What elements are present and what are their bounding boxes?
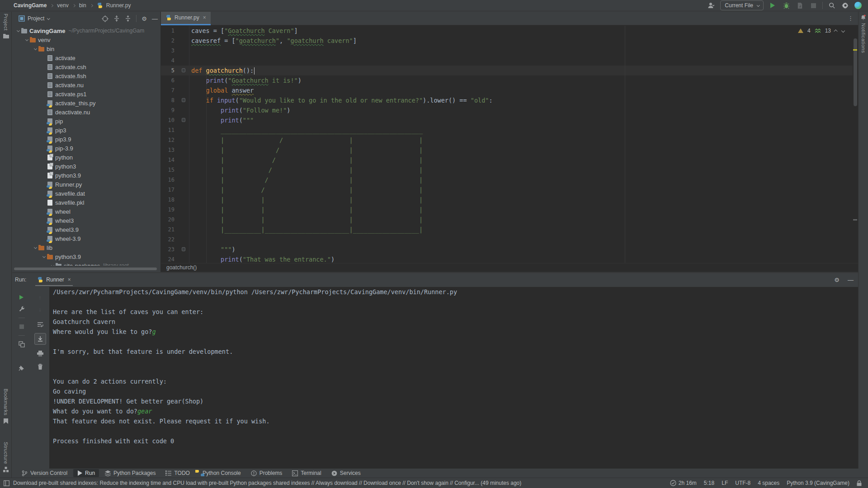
tree-item-pip-3.9[interactable]: pip-3.9 — [12, 144, 160, 153]
line-number[interactable]: 18 — [161, 195, 175, 205]
fold-marker-icon[interactable] — [182, 68, 185, 72]
rerun-button[interactable] — [16, 291, 28, 303]
chevron-down-icon[interactable] — [47, 17, 50, 20]
soft-wrap-button[interactable] — [34, 319, 46, 330]
editor-line[interactable]: 15 | / | | — [161, 165, 853, 175]
tree-item-activate.ps1[interactable]: activate.ps1 — [12, 89, 160, 99]
expand-all-button[interactable] — [113, 15, 120, 22]
project-panel-title[interactable]: Project — [28, 15, 44, 22]
fold-column[interactable] — [175, 95, 189, 105]
tree-expand-chevron-icon[interactable] — [24, 39, 30, 41]
down-stack-trace-button[interactable]: ↓ — [34, 303, 46, 315]
tree-expand-chevron-icon[interactable] — [41, 256, 47, 258]
line-number[interactable]: 16 — [161, 175, 175, 185]
breadcrumb-item-runner.py[interactable]: Runner.py — [106, 2, 131, 9]
tree-item-pip3.9[interactable]: pip3.9 — [12, 135, 160, 144]
fold-marker-icon[interactable] — [182, 118, 185, 122]
line-number[interactable]: 9 — [161, 105, 175, 115]
editor-line[interactable]: 6 print("Goatchurch it is!") — [161, 75, 853, 85]
stripe-tick[interactable] — [853, 219, 857, 221]
tool-button-bookmarks[interactable]: Bookmarks — [0, 389, 12, 424]
tree-item-lib[interactable]: lib — [12, 243, 160, 252]
tree-expand-chevron-icon[interactable] — [15, 30, 21, 32]
tree-item-python3[interactable]: python3 — [12, 162, 160, 171]
line-number[interactable]: 13 — [161, 145, 175, 155]
run-console[interactable]: /Users/zwr/PycharmProjects/CavingGame/ve… — [49, 287, 858, 469]
pin-tab-button[interactable] — [16, 362, 28, 374]
tool-window-layout-icon[interactable] — [4, 480, 9, 486]
tool-window-button-todo[interactable]: TODO — [161, 469, 193, 477]
tool-window-button-services[interactable]: Services — [327, 469, 365, 477]
line-number[interactable]: 21 — [161, 225, 175, 235]
line-number[interactable]: 3 — [161, 46, 175, 56]
search-everywhere-icon[interactable] — [827, 1, 836, 10]
editor-line[interactable]: 9 print("Follow me!") — [161, 105, 853, 115]
tree-expand-chevron-icon[interactable] — [33, 247, 38, 249]
tree-item-savefile.pkl[interactable]: savefile.pkl — [12, 198, 160, 207]
tree-item-site-packages[interactable]: site-packageslibrary root — [12, 261, 160, 266]
tree-item-activate.fish[interactable]: activate.fish — [12, 71, 160, 80]
scroll-to-end-button[interactable] — [34, 333, 46, 345]
tab-runner-py[interactable]: Runner.py × — [161, 12, 211, 25]
line-number[interactable]: 20 — [161, 215, 175, 225]
close-icon[interactable]: × — [203, 14, 206, 21]
line-number[interactable]: 12 — [161, 135, 175, 145]
line-number[interactable]: 7 — [161, 85, 175, 95]
editor-line[interactable]: 10 print(""" — [161, 115, 853, 125]
tool-button-notifications[interactable]: Notifications — [859, 14, 868, 53]
line-number[interactable]: 1 — [161, 26, 175, 36]
line-number[interactable]: 4 — [161, 56, 175, 66]
tree-item-activate.csh[interactable]: activate.csh — [12, 62, 160, 71]
breadcrumb-item-cavinggame[interactable]: CavingGame — [14, 2, 47, 9]
stop-button[interactable] — [16, 321, 28, 333]
run-button[interactable] — [768, 1, 777, 10]
editor-body[interactable]: 1caves = ["Goatchurch Cavern"]2cavesref … — [161, 26, 853, 263]
fold-marker-icon[interactable] — [182, 247, 185, 251]
line-number[interactable]: 15 — [161, 165, 175, 175]
tree-expand-chevron-icon[interactable] — [50, 265, 56, 266]
editor-line[interactable]: 8 if input("Would you like to go in the … — [161, 95, 853, 105]
tree-item-pip[interactable]: pip — [12, 117, 160, 126]
next-problem-icon[interactable] — [841, 29, 845, 33]
indent-setting[interactable]: 4 spaces — [758, 480, 779, 486]
print-button[interactable] — [34, 347, 46, 359]
editor-line[interactable]: 2cavesref = ["goatchurch", "goatchurh ca… — [161, 36, 853, 46]
editor-line[interactable]: 4 — [161, 56, 853, 66]
fold-column[interactable] — [175, 66, 189, 75]
settings-gear-icon[interactable] — [841, 1, 850, 10]
file-encoding[interactable]: UTF-8 — [735, 480, 750, 486]
editor-line[interactable]: 1caves = ["Goatchurch Cavern"] — [161, 26, 853, 36]
lock-icon[interactable] — [857, 480, 862, 486]
editor-line[interactable]: 18 | | | | — [161, 195, 853, 205]
tree-item-python[interactable]: python — [12, 153, 160, 162]
editor-line[interactable]: 21 |__________|_______________________|_… — [161, 225, 853, 235]
tree-item-deactivate.nu[interactable]: deactivate.nu — [12, 108, 160, 117]
locate-file-button[interactable] — [102, 15, 108, 22]
tool-window-button-run[interactable]: Run — [73, 469, 99, 477]
tree-item-wheel-3.9[interactable]: wheel-3.9 — [12, 234, 160, 243]
editor-line[interactable]: 16 | / | | — [161, 175, 853, 185]
tool-button-project[interactable]: Project — [0, 14, 12, 38]
line-number[interactable]: 8 — [161, 95, 175, 105]
line-separator[interactable]: LF — [722, 480, 728, 486]
line-number[interactable]: 10 — [161, 115, 175, 125]
tree-item-python3.9[interactable]: python3.9 — [12, 171, 160, 180]
tool-button-structure[interactable]: Structure — [0, 442, 12, 472]
tree-item-bin[interactable]: bin — [12, 44, 160, 53]
breadcrumb-item-venv[interactable]: venv — [57, 2, 68, 9]
tool-window-button-terminal[interactable]: Terminal — [288, 469, 325, 477]
tab-options-menu-icon[interactable]: ⋮ — [848, 15, 858, 22]
hide-run-panel-button[interactable]: — — [848, 277, 854, 283]
editor-line[interactable]: 11 _____________________________________… — [161, 125, 853, 135]
editor-line[interactable]: 20 | | | | — [161, 215, 853, 225]
line-number[interactable]: 6 — [161, 75, 175, 85]
line-number[interactable]: 22 — [161, 235, 175, 244]
tool-window-button-problems[interactable]: Problems — [247, 469, 287, 477]
line-number[interactable]: 24 — [161, 254, 175, 263]
tool-window-button-version-control[interactable]: Version Control — [18, 469, 71, 477]
run-settings-wrench-icon[interactable] — [16, 303, 28, 315]
close-icon[interactable]: × — [68, 277, 71, 283]
tree-item-wheel[interactable]: wheel — [12, 207, 160, 216]
tool-window-button-python-packages[interactable]: Python Packages — [101, 469, 160, 477]
line-number[interactable]: 14 — [161, 155, 175, 165]
